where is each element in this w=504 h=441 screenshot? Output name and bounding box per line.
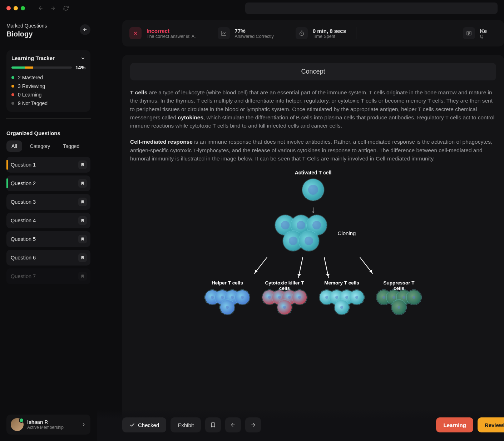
tab-concept[interactable]: Concept <box>130 63 496 80</box>
stat-pct-title: 77% <box>235 28 274 34</box>
avatar <box>11 418 24 431</box>
question-label: Question 4 <box>11 218 36 223</box>
question-label: Question 1 <box>11 162 36 168</box>
stat-pct-sub: Answered Correctly <box>235 34 274 39</box>
maximize-window[interactable] <box>21 6 25 10</box>
next-button[interactable] <box>245 417 261 432</box>
learning-tracker[interactable]: Learning Tracker 14% 2 Mastered3 Reviewi… <box>6 50 90 112</box>
url-bar[interactable] <box>245 3 498 14</box>
sidebar-back-button[interactable] <box>80 24 90 35</box>
diagram-leaf: Helper T cells <box>206 280 249 312</box>
close-window[interactable] <box>6 6 11 10</box>
chart-icon <box>218 27 230 39</box>
bookmark-icon[interactable] <box>78 253 87 262</box>
cell-cluster-icon <box>377 292 420 312</box>
divider <box>6 45 91 45</box>
question-label: Question 2 <box>11 180 36 186</box>
bookmark-icon[interactable] <box>78 198 87 206</box>
content-card: Concept T cells are a type of leukocyte … <box>122 55 504 441</box>
checked-button[interactable]: Checked <box>122 417 166 432</box>
tracker-title: Learning Tracker <box>11 55 55 61</box>
tag-text: 9 Not Tagged <box>18 100 48 106</box>
cell-cluster-icon <box>320 292 363 312</box>
nav-arrows <box>38 5 56 11</box>
bookmark-icon[interactable] <box>78 235 87 243</box>
question-item[interactable]: Question 5 <box>6 231 90 247</box>
sidebar: Marked Questions Biology Learning Tracke… <box>0 16 97 441</box>
question-label: Question 6 <box>11 255 36 261</box>
question-item[interactable]: Question 3 <box>6 194 90 210</box>
status-dot-icon <box>11 93 14 96</box>
forward-icon[interactable] <box>50 5 56 11</box>
learning-button[interactable]: Learning <box>436 417 473 432</box>
stats-bar: Incorrect The correct answer is: A. 77% … <box>122 20 504 46</box>
activated-t-cell-icon <box>302 179 324 200</box>
question-item[interactable]: Question 4 <box>6 213 90 228</box>
reload-icon[interactable] <box>63 5 69 11</box>
question-item[interactable]: Question 1 <box>6 157 90 173</box>
prev-button[interactable] <box>225 417 241 432</box>
filter-category[interactable]: Category <box>25 140 55 152</box>
question-item[interactable]: Question 6 <box>6 250 90 266</box>
organized-heading: Organized Questions <box>6 130 90 136</box>
user-sub: Active Membership <box>27 425 64 430</box>
x-icon <box>129 27 142 39</box>
question-label: Question 7 <box>11 273 36 279</box>
question-item[interactable]: Question 7 <box>6 268 90 284</box>
stat-incorrect-sub: The correct answer is: A. <box>147 34 196 39</box>
action-bar: Checked Exhibit Learning Reviewing <box>97 409 504 441</box>
tracker-percent: 14% <box>75 65 85 70</box>
fanout-arrows <box>234 253 392 278</box>
main: Incorrect The correct answer is: A. 77% … <box>97 16 504 441</box>
status-dot-icon <box>11 85 14 88</box>
stopwatch-icon <box>296 27 308 39</box>
status-dot-icon <box>11 102 14 105</box>
cloning-label: Cloning <box>338 230 356 236</box>
stat-key-title: Ke <box>480 28 487 34</box>
sidebar-heading: Biology <box>6 30 47 38</box>
filter-tagged[interactable]: Tagged <box>58 140 84 152</box>
filter-all[interactable]: All <box>6 140 22 152</box>
stat-time-title: 0 min, 8 secs <box>313 28 346 34</box>
stat-key-sub: Q <box>480 34 487 39</box>
minimize-window[interactable] <box>14 6 18 10</box>
stat-incorrect-title: Incorrect <box>147 28 196 34</box>
bookmark-icon[interactable] <box>78 216 87 225</box>
exhibit-button[interactable]: Exhibit <box>171 417 201 432</box>
diagram-top-label: Activated T cell <box>295 170 332 175</box>
tag-text: 2 Mastered <box>18 75 43 80</box>
tracker-tag: 3 Reviewing <box>11 83 85 89</box>
reviewing-button[interactable]: Reviewing <box>478 417 504 432</box>
window-titlebar <box>0 0 504 16</box>
bookmark-icon[interactable] <box>78 160 87 169</box>
chevron-down-icon[interactable] <box>80 56 85 61</box>
diagram-leaf: Memory T cells <box>320 280 363 312</box>
bookmark-icon[interactable] <box>78 179 87 188</box>
diagram-leaf: Cytotoxic killer T cells <box>263 280 306 312</box>
cloning-cluster-icon <box>271 217 331 249</box>
diagram-leaf: Suppressor T cells <box>377 280 420 312</box>
stat-time-sub: Time Spent <box>313 34 346 39</box>
cell-cluster-icon <box>206 292 249 312</box>
t-cell-diagram: Activated T cell ↓ Cloning Helper T cell… <box>130 170 496 312</box>
bookmark-icon[interactable] <box>78 272 87 281</box>
question-label: Question 3 <box>11 199 36 205</box>
paragraph-2: Cell-mediated response is an immune resp… <box>130 138 496 163</box>
tag-text: 3 Reviewing <box>18 83 45 89</box>
paragraph-1: T cells are a type of leukocyte (white b… <box>130 88 496 130</box>
list-icon <box>463 27 475 39</box>
chevron-right-icon <box>81 422 86 427</box>
tracker-tag: 0 Learning <box>11 92 85 98</box>
tracker-tag: 2 Mastered <box>11 75 85 80</box>
traffic-lights <box>6 6 25 10</box>
user-name: Ishaan P. <box>27 419 64 425</box>
sidebar-label: Marked Questions <box>6 23 47 29</box>
question-item[interactable]: Question 2 <box>6 175 90 191</box>
back-icon[interactable] <box>38 5 44 11</box>
tracker-progress <box>11 66 72 69</box>
user-card[interactable]: Ishaan P. Active Membership <box>6 415 90 435</box>
divider <box>6 118 91 119</box>
tag-text: 0 Learning <box>18 92 41 98</box>
tracker-tag: 9 Not Tagged <box>11 100 85 106</box>
bookmark-button[interactable] <box>205 417 221 432</box>
